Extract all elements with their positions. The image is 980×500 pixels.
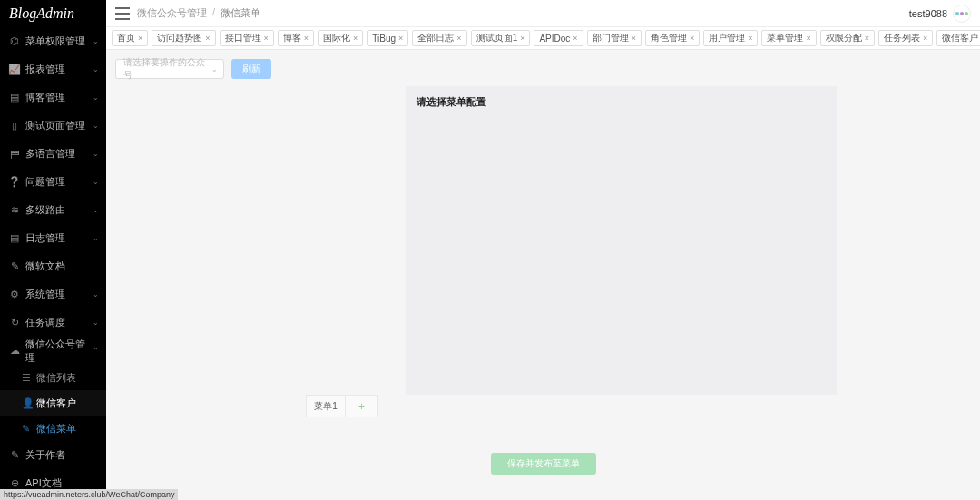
tabs-bar: 首页× 访问趋势图× 接口管理× 博客× 国际化× TiBug× 全部日志× 测…	[106, 27, 980, 50]
close-icon[interactable]: ×	[923, 34, 927, 43]
sidebar-item-label: 微信客户	[36, 397, 76, 410]
tab-i18n[interactable]: 国际化×	[318, 30, 363, 46]
tab-wechat-cust[interactable]: 微信客户×	[936, 30, 980, 46]
sidebar-item-logs[interactable]: ▤ 日志管理 ⌄	[0, 224, 106, 252]
close-icon[interactable]: ×	[573, 34, 577, 43]
close-icon[interactable]: ×	[865, 34, 869, 43]
sidebar-item-routes[interactable]: ≋ 多级路由 ⌄	[0, 196, 106, 224]
publish-button[interactable]: 保存并发布至菜单	[491, 453, 596, 475]
sidebar-item-label: 多语言管理	[25, 147, 93, 161]
sidebar-subitem-wechat-menu[interactable]: ✎ 微信菜单	[0, 416, 106, 441]
sidebar-item-label: 系统管理	[25, 288, 93, 301]
breadcrumb: 微信公众号管理 / 微信菜单	[137, 6, 260, 20]
close-icon[interactable]: ×	[353, 34, 358, 43]
doc-icon: ✎	[9, 261, 20, 272]
sidebar-item-label: 报表管理	[25, 63, 93, 76]
chevron-down-icon: ⌄	[93, 290, 99, 299]
sidebar-item-label: 微信菜单	[36, 422, 76, 436]
chevron-down-icon: ⌄	[93, 150, 99, 158]
tab-tibug[interactable]: TiBug×	[367, 30, 408, 46]
question-icon: ❔	[9, 177, 20, 188]
close-icon[interactable]: ×	[690, 34, 694, 43]
tab-blog[interactable]: 博客×	[278, 30, 314, 46]
tab-user[interactable]: 用户管理×	[703, 30, 758, 46]
chevron-down-icon: ⌄	[93, 206, 99, 214]
sitemap-icon: ⌬	[9, 36, 20, 47]
account-select[interactable]: 请选择要操作的公众号 ⌄	[115, 59, 224, 79]
sidebar-item-testpage[interactable]: ▯ 测试页面管理 ⌄	[0, 112, 106, 140]
tab-menu[interactable]: 菜单管理×	[761, 30, 816, 46]
add-menu-button[interactable]: +	[346, 395, 378, 417]
sidebar-item-label: 博客管理	[25, 91, 93, 104]
sidebar-item-label: 微信列表	[36, 371, 76, 385]
close-icon[interactable]: ×	[398, 34, 403, 43]
avatar[interactable]	[953, 5, 971, 23]
tab-testpage1[interactable]: 测试页面1×	[471, 30, 531, 46]
close-icon[interactable]: ×	[304, 34, 309, 43]
sidebar-item-issue[interactable]: ❔ 问题管理 ⌄	[0, 168, 106, 196]
author-icon: ✎	[9, 450, 20, 461]
tab-alllogs[interactable]: 全部日志×	[412, 30, 466, 46]
chevron-down-icon: ⌄	[93, 37, 99, 45]
chevron-down-icon: ⌄	[93, 178, 99, 186]
sidebar-subitem-wechat-customer[interactable]: 👤 微信客户	[0, 390, 106, 416]
tab-home[interactable]: 首页×	[112, 30, 148, 46]
close-icon[interactable]: ×	[806, 34, 810, 43]
api-icon: ⊕	[9, 478, 20, 489]
chevron-up-icon: ⌃	[93, 347, 99, 355]
sidebar-item-msdocs[interactable]: ✎ 微软文档	[0, 252, 106, 280]
close-icon[interactable]: ×	[264, 34, 269, 43]
chevron-down-icon: ⌄	[93, 234, 99, 242]
sidebar-item-label: 关于作者	[25, 448, 99, 462]
breadcrumb-sep: /	[212, 6, 215, 20]
content: 请选择要操作的公众号 ⌄ 刷新 菜单1 + 请选择菜单配置 保存并发布至菜单	[106, 50, 980, 500]
breadcrumb-current: 微信菜单	[220, 6, 260, 20]
user-icon: 👤	[22, 397, 31, 409]
sidebar-item-label: 问题管理	[25, 175, 93, 189]
tab-apidoc[interactable]: APIDoc×	[534, 30, 583, 46]
close-icon[interactable]: ×	[520, 34, 524, 43]
task-icon: ↻	[9, 318, 20, 328]
refresh-button[interactable]: 刷新	[231, 59, 271, 79]
user-name[interactable]: test9088	[909, 8, 947, 19]
sidebar-item-label: 日志管理	[25, 231, 93, 245]
menu1-button[interactable]: 菜单1	[306, 395, 346, 417]
sidebar-subitem-wechat-list[interactable]: ☰ 微信列表	[0, 365, 106, 390]
toolbar: 请选择要操作的公众号 ⌄ 刷新	[115, 59, 971, 79]
sidebar-item-label: 菜单权限管理	[25, 34, 93, 48]
sidebar-item-label: 微软文档	[25, 260, 99, 273]
list-icon: ☰	[22, 372, 31, 384]
sidebar-item-blog[interactable]: ▤ 博客管理 ⌄	[0, 83, 106, 112]
sidebar-item-label: 多级路由	[25, 203, 93, 217]
log-icon: ▤	[9, 233, 20, 244]
tab-role[interactable]: 角色管理×	[645, 30, 700, 46]
close-icon[interactable]: ×	[632, 34, 636, 43]
sidebar-item-lang[interactable]: ⛿ 多语言管理 ⌄	[0, 140, 106, 168]
sidebar-item-label: 测试页面管理	[25, 119, 93, 132]
sidebar-nav: ⌬ 菜单权限管理 ⌄ 📈 报表管理 ⌄ ▤ 博客管理 ⌄ ▯ 测试页面管理 ⌄ …	[0, 27, 106, 500]
close-icon[interactable]: ×	[138, 34, 142, 43]
sidebar-item-perm[interactable]: ⌬ 菜单权限管理 ⌄	[0, 27, 106, 55]
sidebar-item-wechat[interactable]: ☁ 微信公众号管理 ⌃	[0, 337, 106, 365]
tab-tasks[interactable]: 任务列表×	[878, 30, 933, 46]
gear-icon: ⚙	[9, 289, 20, 300]
sidebar-item-author[interactable]: ✎ 关于作者	[0, 441, 106, 469]
tab-visits[interactable]: 访问趋势图×	[152, 30, 215, 46]
menu-icon: ✎	[22, 423, 31, 435]
header: 微信公众号管理 / 微信菜单 test9088	[106, 0, 980, 27]
tab-interface[interactable]: 接口管理×	[220, 30, 274, 46]
sidebar-item-task[interactable]: ↻ 任务调度 ⌄	[0, 309, 106, 337]
close-icon[interactable]: ×	[748, 34, 752, 43]
sidebar-item-system[interactable]: ⚙ 系统管理 ⌄	[0, 280, 106, 309]
config-panel: 请选择菜单配置	[406, 86, 837, 395]
tab-dept[interactable]: 部门管理×	[587, 30, 642, 46]
sidebar: BlogAdmin ⌬ 菜单权限管理 ⌄ 📈 报表管理 ⌄ ▤ 博客管理 ⌄ ▯…	[0, 0, 106, 500]
close-icon[interactable]: ×	[456, 34, 461, 43]
tab-permassign[interactable]: 权限分配×	[820, 30, 875, 46]
sidebar-toggle[interactable]	[115, 7, 130, 20]
chevron-down-icon: ⌄	[93, 319, 99, 327]
sidebar-item-label: 微信公众号管理	[25, 338, 93, 365]
blog-icon: ▤	[9, 93, 20, 103]
sidebar-item-report[interactable]: 📈 报表管理 ⌄	[0, 55, 106, 83]
close-icon[interactable]: ×	[205, 34, 210, 43]
